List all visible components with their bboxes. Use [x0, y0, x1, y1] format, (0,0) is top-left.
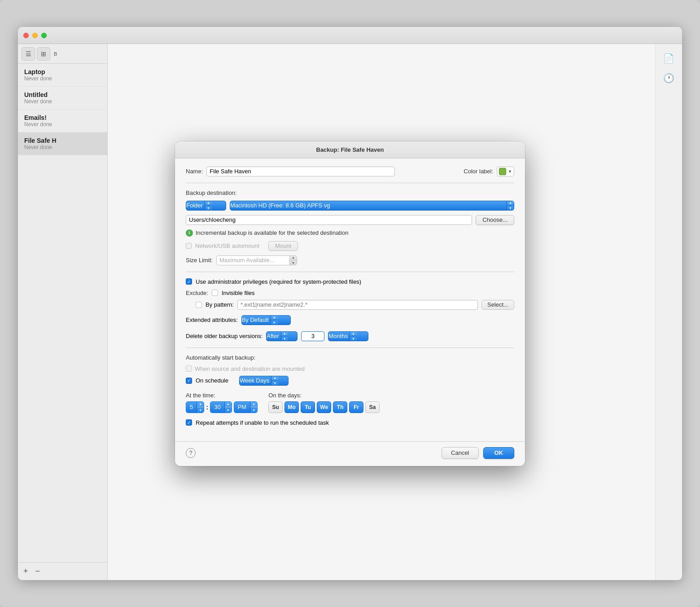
schedule-checkbox[interactable]: ✓ [186, 378, 192, 384]
mounted-checkbox[interactable] [186, 365, 192, 372]
cancel-button[interactable]: Cancel [442, 447, 478, 459]
at-time-label: At the time: [186, 392, 258, 399]
ext-stepper[interactable]: ▲ ▼ [271, 315, 278, 325]
backup-dest-label: Backup destination: [186, 189, 514, 196]
hour-value: 5 [186, 404, 197, 410]
schedule-stepper[interactable]: ▲ ▼ [271, 376, 278, 386]
months-stepper-up[interactable]: ▲ [350, 331, 357, 337]
divider-1 [186, 183, 514, 183]
ext-attr-select[interactable]: By Default ▲ ▼ [241, 315, 291, 325]
folder-stepper-up[interactable]: ▲ [205, 201, 212, 206]
delete-versions-row: Delete older backup versions: After ▲ ▼ … [186, 331, 514, 341]
ampm-down[interactable]: ▼ [250, 407, 257, 413]
schedule-value: Week Days [240, 377, 271, 384]
ext-attr-value: By Default [242, 317, 271, 323]
size-limit-select[interactable]: Maximum Available... ▲ ▼ [216, 255, 297, 265]
select-button[interactable]: Select... [481, 300, 514, 310]
size-limit-value: Maximum Available... [217, 257, 289, 264]
info-icon: i [186, 229, 193, 237]
hour-stepper[interactable]: 5 ▲ ▼ [186, 401, 204, 413]
day-tu[interactable]: Tu [301, 401, 315, 413]
drive-stepper[interactable]: ▲ ▼ [507, 201, 514, 211]
ok-button[interactable]: OK [483, 447, 515, 459]
months-value: Months [328, 333, 350, 339]
divider-2 [186, 272, 514, 272]
mount-row: Network/USB automount Mount [186, 241, 514, 251]
on-schedule-label: On schedule [196, 377, 228, 384]
folder-stepper[interactable]: ▲ ▼ [205, 201, 212, 211]
minute-stepper[interactable]: 30 ▲ ▼ [210, 401, 232, 413]
drive-stepper-up[interactable]: ▲ [507, 201, 514, 206]
path-input[interactable] [186, 215, 472, 225]
months-stepper-down[interactable]: ▼ [350, 336, 357, 341]
folder-select[interactable]: Folder ▲ ▼ [186, 201, 226, 211]
days-section: On the days: Su Mo Tu We Th Fr Sa [268, 392, 380, 413]
time-colon: : [206, 403, 208, 411]
ext-stepper-up[interactable]: ▲ [271, 315, 278, 321]
ampm-stepper[interactable]: PM ▲ ▼ [234, 401, 258, 413]
size-stepper-down[interactable]: ▼ [290, 260, 297, 265]
invisible-checkbox[interactable] [212, 290, 218, 296]
chevron-down-icon: ▼ [508, 169, 512, 174]
pattern-input[interactable] [237, 300, 478, 310]
hour-down[interactable]: ▼ [197, 407, 204, 413]
repeat-row: ✓ Repeat attempts if unable to run the s… [186, 419, 514, 426]
day-fr[interactable]: Fr [349, 401, 363, 413]
schedule-stepper-down[interactable]: ▼ [271, 381, 278, 386]
hour-up[interactable]: ▲ [197, 401, 204, 408]
minute-down[interactable]: ▼ [225, 407, 232, 413]
mounted-row: When source and destination are mounted [186, 365, 514, 372]
ext-stepper-down[interactable]: ▼ [271, 320, 278, 325]
color-swatch[interactable]: ▼ [497, 167, 514, 176]
after-stepper[interactable]: ▲ ▼ [281, 331, 288, 341]
day-sa[interactable]: Sa [365, 401, 380, 413]
mounted-label: When source and destination are mounted [195, 365, 305, 372]
day-we[interactable]: We [317, 401, 331, 413]
schedule-stepper-up[interactable]: ▲ [271, 376, 278, 381]
versions-number-input[interactable] [301, 331, 324, 341]
repeat-label: Repeat attempts if unable to run the sch… [196, 419, 329, 426]
size-stepper[interactable]: ▲ ▼ [289, 255, 297, 265]
help-button[interactable]: ? [186, 448, 196, 458]
admin-checkbox[interactable]: ✓ [186, 278, 192, 285]
dialog-overlay: Backup: File Safe Haven Name: Color labe… [0, 0, 700, 607]
day-su[interactable]: Su [268, 401, 283, 413]
after-stepper-down[interactable]: ▼ [281, 336, 288, 341]
auto-backup-label: Automatically start backup: [186, 354, 514, 361]
schedule-select[interactable]: Week Days ▲ ▼ [239, 376, 289, 386]
info-row: i Incremental backup is available for th… [186, 229, 514, 237]
months-stepper[interactable]: ▲ ▼ [350, 331, 357, 341]
day-mo[interactable]: Mo [284, 401, 299, 413]
ampm-arrows[interactable]: ▲ ▼ [250, 401, 257, 413]
hour-arrows[interactable]: ▲ ▼ [197, 401, 204, 413]
dialog: Backup: File Safe Haven Name: Color labe… [175, 141, 525, 466]
mac-window: ☰ ⊞ B Laptop Never done Untitled Never d… [0, 0, 700, 607]
repeat-checkbox[interactable]: ✓ [186, 419, 192, 426]
minute-up[interactable]: ▲ [225, 401, 232, 408]
size-stepper-up[interactable]: ▲ [290, 255, 297, 261]
minute-arrows[interactable]: ▲ ▼ [224, 401, 232, 413]
after-stepper-up[interactable]: ▲ [281, 331, 288, 337]
size-limit-row: Size Limit: Maximum Available... ▲ ▼ [186, 255, 514, 265]
after-select[interactable]: After ▲ ▼ [266, 331, 298, 341]
name-input[interactable] [206, 167, 395, 176]
name-label: Name: [186, 168, 203, 175]
day-th[interactable]: Th [333, 401, 347, 413]
ampm-up[interactable]: ▲ [250, 401, 257, 408]
dialog-footer: ? Cancel OK [175, 441, 525, 466]
pattern-checkbox[interactable] [196, 302, 202, 308]
name-row: Name: Color label: ▼ [186, 167, 514, 176]
time-section: At the time: 5 ▲ ▼ : 30 [186, 392, 258, 413]
exclude-label: Exclude: [186, 290, 208, 296]
folder-stepper-down[interactable]: ▼ [205, 206, 212, 211]
on-days-label: On the days: [268, 392, 380, 399]
months-select[interactable]: Months ▲ ▼ [328, 331, 368, 341]
drive-select-value: Macintosh HD (Free: 8.6 GB) APFS vg [230, 202, 507, 209]
automount-checkbox[interactable] [186, 243, 192, 249]
choose-button[interactable]: Choose... [476, 215, 514, 225]
folder-select-value: Folder [186, 202, 205, 209]
drive-select[interactable]: Macintosh HD (Free: 8.6 GB) APFS vg ▲ ▼ [230, 201, 514, 211]
drive-stepper-down[interactable]: ▼ [507, 206, 514, 211]
mount-button[interactable]: Mount [268, 241, 298, 251]
days-row: Su Mo Tu We Th Fr Sa [268, 401, 380, 413]
